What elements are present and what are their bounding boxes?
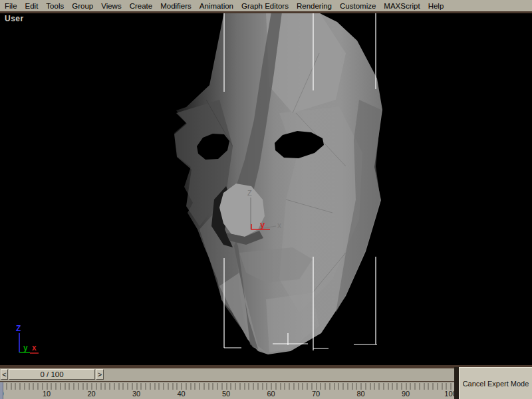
viewport-label[interactable]: User: [5, 14, 24, 23]
gizmo-x-label: x: [277, 221, 281, 230]
ruler-label-90: 90: [402, 390, 410, 398]
previous-frame-button[interactable]: <: [1, 369, 8, 380]
ruler-label-70: 70: [312, 390, 320, 398]
viewport-canvas: Z x y Z y x: [0, 13, 532, 365]
world-axis-tripod: Z y x: [16, 324, 39, 353]
cancel-expert-mode-button[interactable]: Cancel Expert Mode: [459, 367, 532, 399]
time-slider-button[interactable]: 0 / 100: [9, 369, 95, 380]
ruler-label-30: 30: [132, 390, 140, 398]
ruler-label-80: 80: [356, 390, 364, 398]
menu-item-create[interactable]: Create: [126, 2, 157, 10]
gizmo-y-label: y: [260, 219, 265, 229]
menubar-items: FileEditToolsGroupViewsCreateModifiersAn…: [0, 0, 532, 11]
bottom-bar-divider: [454, 367, 459, 399]
gizmo-z-label: Z: [247, 189, 252, 197]
menu-item-animation[interactable]: Animation: [196, 2, 237, 10]
time-slider-track[interactable]: < 0 / 100 >: [0, 368, 454, 381]
menu-item-views[interactable]: Views: [97, 2, 125, 10]
menu-item-maxscript[interactable]: MAXScript: [380, 2, 424, 10]
ruler-labels: 0102030405060708090100: [0, 382, 454, 399]
menu-item-edit[interactable]: Edit: [21, 2, 43, 10]
ruler-label-10: 10: [43, 390, 51, 398]
current-frame-marker[interactable]: [0, 382, 3, 399]
menu-item-customize[interactable]: Customize: [336, 2, 380, 10]
mask-mesh: [174, 13, 382, 354]
ruler-label-20: 20: [87, 390, 95, 398]
next-frame-button[interactable]: >: [96, 369, 104, 380]
world-axis-x-label: x: [32, 343, 37, 352]
ruler-label-40: 40: [177, 390, 185, 398]
world-axis-z-label: Z: [16, 324, 21, 333]
world-axis-y-label: y: [23, 343, 28, 352]
menu-item-group[interactable]: Group: [68, 2, 97, 10]
ruler-label-60: 60: [267, 390, 275, 398]
menu-item-tools[interactable]: Tools: [42, 2, 68, 10]
ruler-label-50: 50: [222, 390, 230, 398]
menu-item-file[interactable]: File: [1, 2, 21, 10]
ruler-label-100: 100: [444, 390, 454, 398]
track-bar-ruler[interactable]: 0102030405060708090100: [0, 382, 454, 399]
bottom-bar: < 0 / 100 > 0102030405060708090100 Cance…: [0, 365, 532, 399]
menu-bar: FileEditToolsGroupViewsCreateModifiersAn…: [0, 0, 532, 13]
menu-item-help[interactable]: Help: [424, 2, 448, 10]
viewport-user[interactable]: Z x y Z y x User: [0, 13, 532, 365]
menu-item-modifiers[interactable]: Modifiers: [156, 2, 196, 10]
menu-item-graph-editors[interactable]: Graph Editors: [237, 2, 293, 10]
menu-item-rendering[interactable]: Rendering: [293, 2, 336, 10]
